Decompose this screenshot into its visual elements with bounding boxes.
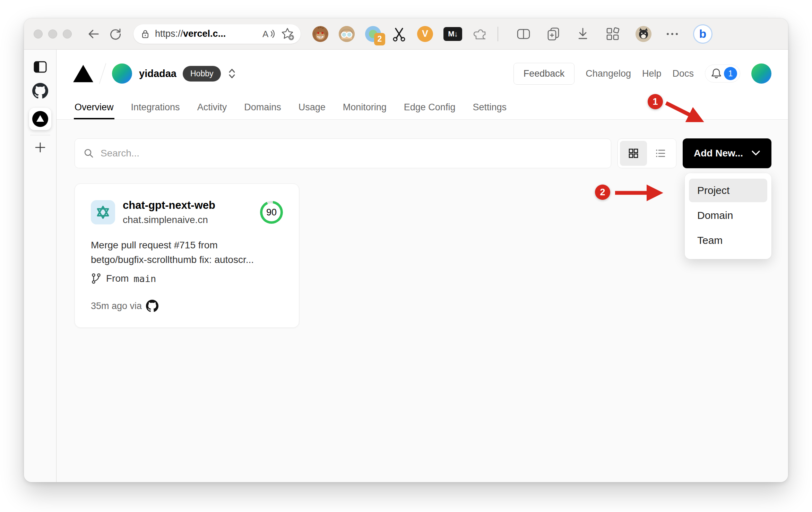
minimize-window-button[interactable]	[48, 29, 57, 39]
video-ext-icon[interactable]: V	[417, 26, 433, 42]
commit-line-1: Merge pull request #715 from	[91, 238, 283, 253]
browser-action-icons: b	[516, 24, 712, 44]
annotation-step-1: 1	[648, 94, 663, 109]
chevron-down-icon	[751, 150, 760, 156]
add-new-menu: Project Domain Team	[685, 173, 771, 259]
back-icon	[87, 27, 100, 41]
tab-activity[interactable]: Activity	[197, 96, 228, 119]
markdown-ext-icon[interactable]: M↓	[443, 27, 462, 41]
search-input[interactable]	[101, 148, 603, 159]
toolbar-divider	[498, 27, 498, 41]
tampermonkey-icon[interactable]	[312, 26, 328, 42]
chrome-body: yidadaa Hobby Feedback Changelog Help Do…	[24, 50, 788, 482]
tab-integrations[interactable]: Integrations	[130, 96, 181, 119]
translate-ext-icon[interactable]: 2	[365, 26, 381, 42]
url-scheme: https://	[155, 28, 183, 39]
vertical-tab-strip	[24, 50, 57, 482]
add-favorite-icon[interactable]	[280, 27, 295, 41]
browser-window: https://vercel.c... A 2 V M↓	[24, 18, 788, 482]
tab-monitoring[interactable]: Monitoring	[342, 96, 387, 119]
notification-count-badge: 1	[724, 67, 737, 80]
close-window-button[interactable]	[34, 29, 43, 39]
vercel-icon	[32, 111, 48, 127]
openai-logo-icon	[95, 204, 111, 221]
tab-usage[interactable]: Usage	[298, 96, 326, 119]
svg-text:A: A	[262, 29, 269, 39]
branch-icon	[91, 273, 101, 284]
tab-edge-config[interactable]: Edge Config	[403, 96, 456, 119]
breadcrumb-divider	[99, 63, 106, 84]
feedback-button[interactable]: Feedback	[513, 63, 575, 85]
refresh-button[interactable]	[108, 26, 123, 42]
menu-item-team[interactable]: Team	[689, 229, 767, 252]
deploy-meta: 35m ago via	[91, 300, 283, 312]
tab-domains[interactable]: Domains	[243, 96, 282, 119]
tab-settings[interactable]: Settings	[472, 96, 507, 119]
avatar-ext-icon[interactable]	[339, 26, 355, 42]
project-domain[interactable]: chat.simplenaive.cn	[123, 214, 215, 225]
traffic-lights	[34, 29, 72, 39]
deploy-time: 35m ago via	[91, 301, 142, 312]
bell-icon	[711, 68, 722, 79]
annotation-arrow-2	[613, 185, 679, 200]
commit-line-2: betgo/bugfix-scrollthumb fix: autoscr...	[91, 253, 283, 267]
lighthouse-score-ring: 90	[260, 201, 283, 224]
list-view-icon	[654, 147, 667, 160]
grid-view-button[interactable]	[620, 141, 647, 166]
vercel-dashboard-page: yidadaa Hobby Feedback Changelog Help Do…	[57, 50, 788, 482]
docs-link[interactable]: Docs	[672, 68, 694, 79]
address-bar[interactable]: https://vercel.c... A	[133, 24, 301, 44]
view-toggle	[617, 138, 676, 168]
tab-github[interactable]	[32, 83, 48, 99]
controls-row: Add New...	[75, 138, 771, 168]
tab-overview[interactable]: Overview	[74, 96, 114, 119]
selector-chevrons-icon[interactable]	[227, 67, 237, 80]
from-label: From	[106, 273, 129, 284]
annotation-arrow-1	[663, 99, 715, 134]
commit-message: Merge pull request #715 from betgo/bugfi…	[91, 238, 283, 267]
url-domain: vercel.c...	[183, 28, 226, 39]
tab-vercel-active[interactable]	[29, 108, 51, 130]
list-view-button[interactable]	[647, 141, 674, 166]
branch-name: main	[133, 273, 156, 284]
add-new-label: Add New...	[694, 148, 743, 159]
scissors-ext-icon[interactable]	[391, 26, 407, 42]
grid-view-icon	[627, 147, 640, 160]
url-text: https://vercel.c...	[155, 28, 257, 39]
plan-badge: Hobby	[183, 66, 221, 82]
read-aloud-icon[interactable]: A	[262, 28, 276, 40]
browser-profile-avatar[interactable]	[636, 26, 651, 42]
project-card[interactable]: chat-gpt-next-web chat.simplenaive.cn 90…	[75, 184, 299, 328]
zoom-window-button[interactable]	[63, 29, 72, 39]
lock-icon	[140, 29, 150, 39]
team-avatar[interactable]	[112, 63, 132, 84]
notifications-button[interactable]: 1	[705, 65, 740, 83]
collections-icon[interactable]	[546, 26, 561, 42]
github-icon	[32, 83, 48, 99]
split-screen-icon[interactable]	[516, 27, 531, 41]
github-icon	[146, 300, 158, 312]
search-box[interactable]	[75, 138, 611, 168]
vercel-logo[interactable]	[73, 65, 93, 82]
new-tab-icon	[34, 141, 47, 154]
help-link[interactable]: Help	[642, 68, 662, 79]
sidebar-panel-button[interactable]	[33, 60, 47, 74]
changelog-link[interactable]: Changelog	[586, 68, 631, 79]
add-new-button[interactable]: Add New...	[683, 138, 771, 168]
menu-item-domain[interactable]: Domain	[689, 204, 767, 227]
translate-badge: 2	[374, 33, 385, 45]
extensions-puzzle-icon[interactable]	[473, 26, 489, 42]
search-icon	[83, 148, 94, 159]
new-tab-button[interactable]	[34, 141, 47, 154]
menu-item-project[interactable]: Project	[689, 179, 767, 202]
team-name[interactable]: yidadaa	[139, 68, 176, 79]
lighthouse-score: 90	[262, 203, 280, 221]
project-name[interactable]: chat-gpt-next-web	[123, 199, 215, 212]
back-button[interactable]	[86, 26, 101, 42]
more-menu-icon[interactable]	[667, 33, 678, 35]
extension-icons: 2 V M↓	[312, 26, 489, 42]
user-avatar[interactable]	[751, 63, 771, 84]
apps-icon[interactable]	[605, 26, 620, 42]
downloads-icon[interactable]	[576, 26, 590, 42]
bing-chat-icon[interactable]: b	[693, 24, 712, 44]
